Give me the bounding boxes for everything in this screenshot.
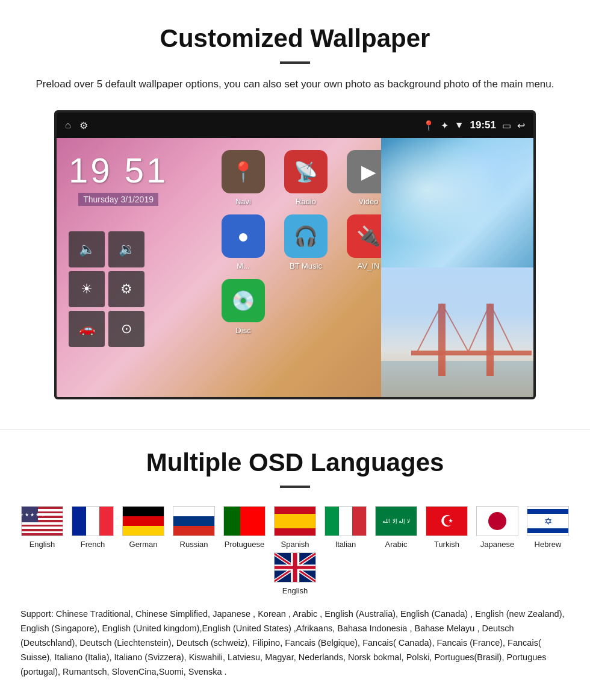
battery-icon: ▭ [502, 120, 511, 131]
title-divider [280, 61, 310, 64]
vol-down-btn[interactable]: 🔈 [69, 231, 105, 267]
lang-label-russian: Russian [180, 540, 208, 549]
support-text: Support: Chinese Traditional, Chinese Si… [18, 601, 572, 680]
es-yellow [275, 514, 315, 528]
languages-section: Multiple OSD Languages [0, 442, 590, 698]
menu-btn[interactable]: ⊙ [108, 311, 144, 347]
settings-btn[interactable]: ⚙ [108, 271, 144, 307]
radio-icon: 📡 [284, 150, 328, 193]
sa-text: لا إله إلا الله [382, 518, 410, 525]
home-icon: ⌂ [65, 120, 71, 131]
navi-label: Navi [235, 197, 251, 206]
time-display: 19 51 [69, 150, 168, 190]
disc-icon: 💿 [222, 279, 265, 322]
lang-label-spanish: Spanish [281, 540, 309, 549]
flag-de [122, 506, 164, 536]
gb-cross-v-red [293, 553, 297, 582]
statusbar-left-icons: ⌂ ⚙ [65, 120, 88, 131]
svg-rect-8 [411, 351, 532, 355]
status-time: 19:51 [470, 119, 496, 131]
date-display: Thursday 3/1/2019 [78, 193, 158, 206]
more-label: M... [237, 261, 250, 270]
flag-pt [223, 506, 266, 536]
location-icon: 📍 [423, 120, 435, 131]
es-red1 [275, 507, 315, 514]
device-mockup: ⌂ ⚙ 📍 ✦ ▼ 19:51 ▭ ↩ 19 51 Thursday 3/1/2… [54, 110, 536, 399]
flag-item-portuguese: Protuguese [221, 506, 268, 549]
more-icon: ● [222, 214, 265, 258]
vol-up-btn[interactable]: 🔉 [108, 231, 144, 267]
bluetooth-icon: ✦ [441, 120, 449, 131]
ru-blue [173, 516, 214, 526]
navi-app[interactable]: 📍 Navi [216, 150, 270, 206]
btmusic-label: BT Music [290, 261, 322, 270]
flag-item-hebrew: ✡ Hebrew [524, 506, 571, 549]
brightness-btn[interactable]: ☀ [69, 271, 105, 307]
de-black [123, 507, 164, 516]
it-green [325, 507, 339, 536]
wallpaper-thumbnails [381, 138, 533, 397]
control-buttons: 🔈 🔉 ☀ ⚙ 🚗 ⊙ [69, 231, 144, 347]
section-divider [0, 430, 590, 430]
app-grid: 📍 Navi 📡 Radio ▶ Video ● M... [216, 150, 381, 335]
lang-label-italian: Italian [335, 540, 356, 549]
device-screen: 19 51 Thursday 3/1/2019 🔈 🔉 ☀ ⚙ 🚗 ⊙ 📍 [57, 138, 533, 397]
flag-item-russian: Russian [170, 506, 217, 549]
btmusic-app[interactable]: 🎧 BT Music [279, 214, 333, 270]
pt-red [240, 507, 265, 536]
main-screen: 19 51 Thursday 3/1/2019 🔈 🔉 ☀ ⚙ 🚗 ⊙ 📍 [57, 138, 381, 397]
radio-app[interactable]: 📡 Radio [279, 150, 333, 206]
lang-label-french: French [81, 540, 105, 549]
svg-rect-3 [486, 304, 494, 376]
lang-label-japanese: Japanese [480, 540, 514, 549]
statusbar-right-icons: 📍 ✦ ▼ 19:51 ▭ ↩ [423, 119, 525, 131]
video-label: Video [358, 197, 378, 206]
car-icon-btn[interactable]: 🚗 [69, 311, 105, 347]
flag-ru [173, 506, 215, 536]
lang-label-german: German [129, 540, 158, 549]
languages-title: Multiple OSD Languages [18, 448, 572, 477]
wallpaper-thumb-1 [381, 138, 533, 267]
us-canton: ★★★★★★ [22, 507, 38, 522]
flag-us: ★★★★★★ [21, 506, 63, 536]
wallpaper-section: Customized Wallpaper Preload over 5 defa… [0, 0, 590, 417]
wallpaper-thumb-2 [381, 267, 533, 397]
wallpaper-title: Customized Wallpaper [18, 24, 572, 53]
es-red2 [275, 528, 315, 536]
bridge-wallpaper [381, 267, 533, 397]
flags-row: ★★★★★★ English French German [18, 506, 572, 595]
navi-icon: 📍 [222, 150, 265, 193]
flag-jp [476, 506, 518, 536]
jp-circle [488, 512, 506, 530]
disc-app[interactable]: 💿 Disc [216, 279, 270, 335]
svg-rect-2 [438, 304, 446, 376]
flag-item-italian: Italian [322, 506, 369, 549]
video-icon: ▶ [347, 150, 381, 193]
flag-item-german: German [120, 506, 167, 549]
svg-rect-1 [381, 361, 533, 397]
more-app[interactable]: ● M... [216, 214, 270, 270]
flag-tr: ☪ [426, 506, 468, 536]
ru-white [173, 507, 214, 516]
video-app[interactable]: ▶ Video [341, 150, 381, 206]
lang-label-arabic: Arabic [385, 540, 408, 549]
status-bar: ⌂ ⚙ 📍 ✦ ▼ 19:51 ▭ ↩ [57, 113, 533, 138]
de-gold [123, 526, 164, 536]
it-red [352, 507, 366, 536]
ice-wallpaper [381, 138, 533, 267]
fr-white [86, 507, 100, 536]
flag-es [274, 506, 316, 536]
flag-item-french: French [69, 506, 116, 549]
flag-sa: لا إله إلا الله [375, 506, 417, 536]
avin-app[interactable]: 🔌 AV_IN [341, 214, 381, 270]
il-top-stripe [527, 509, 568, 514]
de-red [123, 516, 164, 526]
lang-label-turkish: Turkish [434, 540, 459, 549]
flag-item-english-us: ★★★★★★ English [19, 506, 66, 549]
bt-icon: 🎧 [284, 214, 328, 258]
il-star: ✡ [544, 516, 552, 527]
lang-label-english: English [30, 540, 55, 549]
flag-il: ✡ [527, 506, 569, 536]
lang-label-portuguese: Protuguese [225, 540, 265, 549]
back-icon: ↩ [517, 120, 525, 131]
